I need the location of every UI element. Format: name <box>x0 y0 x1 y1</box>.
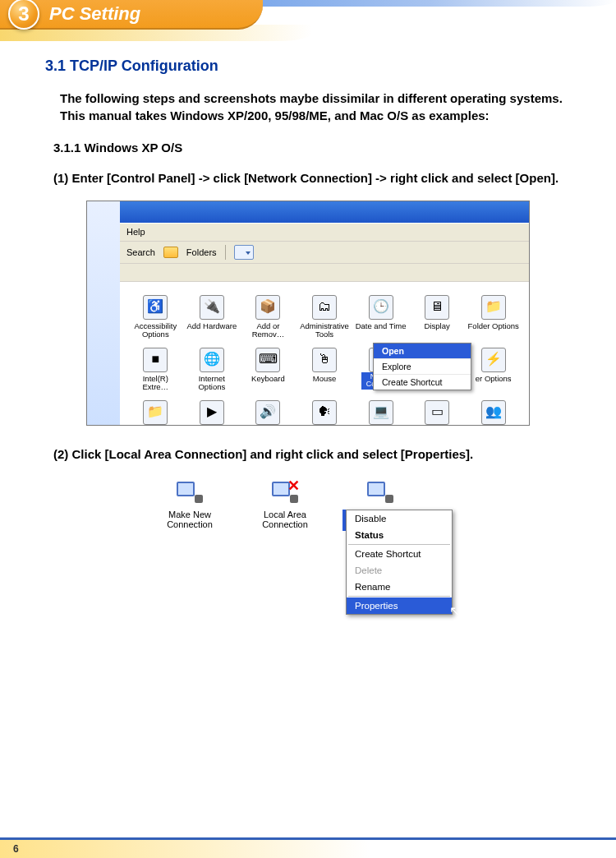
cp-item-label: Mouse <box>313 375 337 383</box>
control-panel-item[interactable]: 💻System <box>355 400 407 426</box>
cp-item-label: Date and Time <box>356 322 407 330</box>
cp-item-label: Internet Options <box>186 375 238 391</box>
cp-item-icon: 🕒 <box>369 295 393 320</box>
orange-band: 3 PC Setting <box>0 0 263 30</box>
network-connection-icon <box>364 478 397 506</box>
cp-item-icon: ▶ <box>200 400 224 425</box>
toolbar-search[interactable]: Search <box>126 247 155 257</box>
cp-item-icon: ♿ <box>143 295 168 320</box>
cp-item-label: Keyboard <box>251 375 285 383</box>
context-menu-item: Delete <box>347 562 452 579</box>
control-panel-item[interactable]: 🔊Sounds and Audio Devices <box>242 400 294 426</box>
cp-item-label: Display <box>425 322 450 330</box>
cp-item-icon: 👥 <box>481 400 506 425</box>
cp-item-icon: 🖥 <box>425 295 449 320</box>
section-body: 3.1 TCP/IP Configuration The following s… <box>0 41 616 531</box>
context-menu-item[interactable]: Create Shortcut <box>347 546 452 562</box>
chapter-header: 3 PC Setting <box>0 0 616 41</box>
intro-paragraph: The following steps and screenshots mayb… <box>60 90 571 124</box>
cp-item-icon: 🔌 <box>200 295 224 320</box>
cp-item-icon: 🗣 <box>312 400 337 425</box>
control-panel-item[interactable]: 🖥Display <box>411 295 463 341</box>
control-panel-item[interactable]: 📦Add or Remov… <box>242 295 294 341</box>
menu-help[interactable]: Help <box>126 227 145 237</box>
cp-item-label: Add Hardware <box>186 322 237 330</box>
cp-item-label: Administrative Tools <box>299 322 351 339</box>
cp-item-icon: ⚡ <box>481 348 506 372</box>
views-icon[interactable] <box>234 245 254 260</box>
toolbar: Search Folders <box>120 241 529 264</box>
control-panel-item[interactable]: ⚡er Options <box>467 348 519 394</box>
control-panel-item[interactable]: 👥User Accounts <box>467 400 519 426</box>
footer: 6 <box>0 837 616 858</box>
cp-item-icon: 🌐 <box>200 348 224 372</box>
cp-item-icon: 📁 <box>481 295 506 320</box>
context-menu-item[interactable]: Explore <box>374 359 471 375</box>
chapter-title: PC Setting <box>49 3 140 25</box>
context-menu-item[interactable]: Properties↖ <box>347 597 452 614</box>
chapter-number-badge: 3 <box>8 0 39 30</box>
xp-sidebar <box>87 201 120 425</box>
cp-item-label: Intel(R) Extre… <box>130 375 182 391</box>
screenshot-control-panel: Help Search Folders ♿Accessibility Optio… <box>86 201 530 426</box>
cp-item-icon: 🖱 <box>312 348 337 372</box>
cp-item-icon: 📁 <box>143 400 168 425</box>
window-titlebar <box>120 201 529 223</box>
cp-item-icon: ▭ <box>425 400 449 425</box>
control-panel-item[interactable]: ⌨Keyboard <box>242 348 294 394</box>
context-menu-item[interactable]: Disable <box>347 510 452 527</box>
control-panel-item[interactable]: ■Intel(R) Extre… <box>130 348 182 394</box>
control-panel-item[interactable]: 🌐Internet Options <box>186 348 238 394</box>
cp-item-icon: ■ <box>143 348 168 372</box>
context-menu-item[interactable]: Create Shortcut <box>374 375 471 390</box>
cp-item-label: er Options <box>476 375 512 383</box>
control-panel-item[interactable]: 📁Folder Options <box>467 295 519 341</box>
disconnected-x-icon: ✕ <box>287 477 300 495</box>
cp-item-icon: 🗂 <box>312 295 337 320</box>
step-2-text: (2) Click [Local Area Connection] and ri… <box>53 445 571 464</box>
cp-item-label: Accessibility Options <box>130 322 182 339</box>
network-connection-icon: ✕ <box>269 478 301 506</box>
cp-item-label: Folder Options <box>468 322 519 330</box>
context-menu-2: DisableStatusCreate ShortcutDeleteRename… <box>346 510 453 615</box>
address-bar <box>120 264 529 282</box>
section-heading-3-1: 3.1 TCP/IP Configuration <box>45 58 571 75</box>
control-panel-item[interactable]: ♿Accessibility Options <box>130 295 182 341</box>
network-connection-icon <box>173 478 206 506</box>
folder-icon <box>163 247 178 258</box>
toolbar-folders[interactable]: Folders <box>186 247 217 257</box>
cp-item-icon: 📦 <box>255 295 280 320</box>
control-panel-item[interactable]: 📁Scheduled Tasks <box>130 400 182 426</box>
subsection-heading-3-1-1: 3.1.1 Windows XP O/S <box>53 141 571 155</box>
network-connection-label: Make New Connection <box>152 510 228 529</box>
page-number: 6 <box>13 843 19 855</box>
control-panel-item[interactable]: 🗣Speech <box>299 400 351 426</box>
context-menu-1: OpenExploreCreate Shortcut <box>373 343 471 390</box>
cp-item-icon: 💻 <box>369 400 393 425</box>
network-connection-item[interactable]: ✕Local Area Connection <box>247 478 323 531</box>
network-connection-item[interactable]: Make New Connection <box>152 478 228 531</box>
network-connection-label: Local Area Connection <box>247 510 323 529</box>
control-panel-item[interactable]: 🖱Mouse <box>299 348 351 394</box>
control-panel-item[interactable]: 🔌Add Hardware <box>186 295 238 341</box>
context-menu-separator <box>348 544 450 545</box>
context-menu-item[interactable]: Rename <box>347 579 452 595</box>
cursor-icon: ↖ <box>449 603 460 619</box>
cp-item-icon: 🔊 <box>255 400 280 425</box>
context-menu-separator <box>348 596 450 597</box>
menubar: Help <box>120 223 529 241</box>
step-1-text: (1) Enter [Control Panel] -> click [Netw… <box>53 169 571 187</box>
control-panel-item[interactable]: ▭Taskbar and Start Menu <box>411 400 463 426</box>
control-panel-item[interactable]: 🗂Administrative Tools <box>299 295 351 341</box>
context-menu-item[interactable]: Status <box>347 527 452 543</box>
cp-item-icon: ⌨ <box>255 348 280 372</box>
screenshot-network-connections: Make New Connection✕Local Area Connectio… <box>152 478 464 531</box>
control-panel-item[interactable]: 🕒Date and Time <box>355 295 407 341</box>
cp-item-label: Add or Remov… <box>242 322 294 339</box>
control-panel-item[interactable]: ▶SoundMAX <box>186 400 238 426</box>
context-menu-item[interactable]: Open <box>374 344 471 359</box>
